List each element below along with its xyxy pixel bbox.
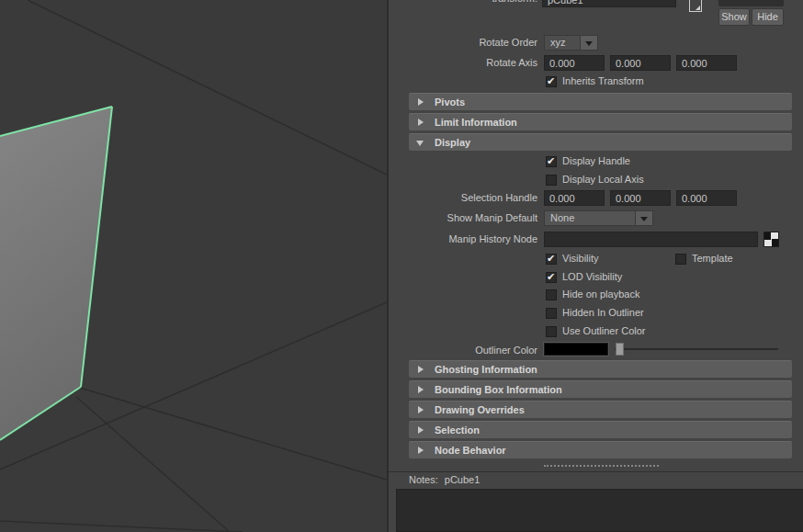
outliner-color-label: Outliner Color <box>389 344 537 357</box>
section-label: Selection <box>435 422 792 438</box>
hide-on-playback-label: Hide on playback <box>562 289 639 300</box>
section-label: Ghosting Information <box>435 361 792 378</box>
section-label: Bounding Box Information <box>435 381 792 398</box>
visibility-checkbox[interactable] <box>546 254 557 265</box>
display-handle-row: Display Handle <box>546 155 630 167</box>
template-checkbox[interactable] <box>675 254 686 265</box>
expand-arrow-icon <box>418 426 424 434</box>
section-header-bounding-box-information[interactable]: Bounding Box Information <box>409 380 792 398</box>
hidden-in-outliner-checkbox[interactable] <box>546 308 557 319</box>
section-label: Drawing Overrides <box>435 402 792 418</box>
notes-header: Notes: pCube1 <box>409 474 480 485</box>
maya-window: transform: Show Hide Rotate Order xyz Ro… <box>0 0 803 532</box>
dropdown-arrow-box[interactable] <box>636 210 653 226</box>
section-header-selection[interactable]: Selection <box>409 421 792 438</box>
display-handle-checkbox[interactable] <box>546 156 557 167</box>
use-outliner-color-checkbox[interactable] <box>546 326 557 337</box>
visibility-row: Visibility <box>546 253 599 265</box>
section-label: Display <box>435 134 792 151</box>
manip-history-node-field[interactable] <box>544 232 758 247</box>
show-manip-default-dropdown[interactable]: None <box>544 210 653 226</box>
section-label: Pivots <box>435 94 792 110</box>
lod-visibility-label: LOD Visibility <box>562 271 622 283</box>
expand-arrow-icon <box>418 366 424 373</box>
presets-button-clipped[interactable] <box>718 0 784 6</box>
section-header-display[interactable]: Display <box>409 133 792 151</box>
slider-track <box>615 348 778 350</box>
hidden-in-outliner-label: Hidden In Outliner <box>562 307 644 319</box>
template-row: Template <box>675 253 733 265</box>
section-header-node-behavior[interactable]: Node Behavior <box>409 441 792 458</box>
texture-map-checker-icon[interactable] <box>763 232 779 247</box>
section-label: Limit Information <box>435 114 792 130</box>
rotate-order-value: xyz <box>544 35 581 51</box>
display-local-axis-checkbox[interactable] <box>546 175 557 186</box>
lod-visibility-checkbox[interactable] <box>546 272 557 283</box>
collapse-arrow-icon <box>416 141 424 146</box>
notes-label: Notes: <box>409 474 438 485</box>
rotate-axis-y-field[interactable] <box>610 55 671 71</box>
notes-node-name: pCube1 <box>445 474 481 485</box>
selection-handle-z-field[interactable] <box>676 190 737 206</box>
expand-arrow-icon <box>418 447 424 454</box>
section-header-drawing-overrides[interactable]: Drawing Overrides <box>409 401 792 418</box>
hide-button[interactable]: Hide <box>752 8 784 26</box>
inherits-transform-label: Inherits Transform <box>562 75 644 87</box>
section-header-pivots[interactable]: Pivots <box>409 93 792 110</box>
inherits-transform-checkbox[interactable] <box>546 76 557 87</box>
expand-arrow-icon <box>418 406 424 413</box>
rotate-axis-x-field[interactable] <box>544 55 605 71</box>
lod-visibility-row: LOD Visibility <box>546 271 622 283</box>
dropdown-arrow-box[interactable] <box>581 35 598 51</box>
rotate-order-dropdown[interactable]: xyz <box>544 35 598 51</box>
display-local-axis-row: Display Local Axis <box>546 174 644 186</box>
hidden-in-outliner-row: Hidden In Outliner <box>546 307 644 319</box>
selection-handle-x-field[interactable] <box>544 190 605 206</box>
selection-handle-y-field[interactable] <box>610 190 671 206</box>
copy-tab-icon[interactable] <box>689 0 702 12</box>
notes-divider <box>389 471 803 472</box>
chevron-down-icon <box>640 217 648 221</box>
transform-label: transform: <box>389 0 537 6</box>
expand-arrow-icon <box>418 386 424 393</box>
outliner-color-swatch[interactable] <box>544 343 608 356</box>
section-header-ghosting-information[interactable]: Ghosting Information <box>409 360 792 378</box>
template-label: Template <box>692 253 733 265</box>
section-header-limit-information[interactable]: Limit Information <box>409 113 792 130</box>
chevron-down-icon <box>585 41 593 46</box>
manip-history-node-label: Manip History Node <box>389 232 537 246</box>
viewport-canvas <box>0 0 387 532</box>
expand-arrow-icon <box>418 98 424 106</box>
display-handle-label: Display Handle <box>562 155 630 167</box>
use-outliner-color-row: Use Outliner Color <box>546 325 645 337</box>
display-local-axis-label: Display Local Axis <box>562 174 644 186</box>
section-label: Node Behavior <box>435 442 792 458</box>
visibility-label: Visibility <box>562 253 599 265</box>
hide-on-playback-checkbox[interactable] <box>546 289 557 300</box>
transform-name-field[interactable] <box>542 0 676 7</box>
notes-textarea[interactable] <box>396 489 803 532</box>
notes-resize-handle[interactable] <box>544 465 659 467</box>
show-manip-default-value: None <box>544 210 636 226</box>
rotate-axis-label: Rotate Axis <box>389 56 537 70</box>
slider-handle[interactable] <box>616 343 624 356</box>
expand-arrow-icon <box>418 119 424 126</box>
show-button[interactable]: Show <box>718 8 750 26</box>
hide-on-playback-row: Hide on playback <box>546 289 639 300</box>
inherits-transform-row: Inherits Transform <box>546 75 644 87</box>
viewport-3d[interactable] <box>0 0 387 532</box>
rotate-axis-z-field[interactable] <box>676 55 737 71</box>
outliner-color-slider[interactable] <box>615 343 778 356</box>
use-outliner-color-label: Use Outliner Color <box>562 325 645 337</box>
rotate-order-label: Rotate Order <box>389 36 537 50</box>
selection-handle-label: Selection Handle <box>389 191 537 205</box>
attribute-editor: transform: Show Hide Rotate Order xyz Ro… <box>387 0 803 532</box>
show-manip-default-label: Show Manip Default <box>389 211 537 225</box>
